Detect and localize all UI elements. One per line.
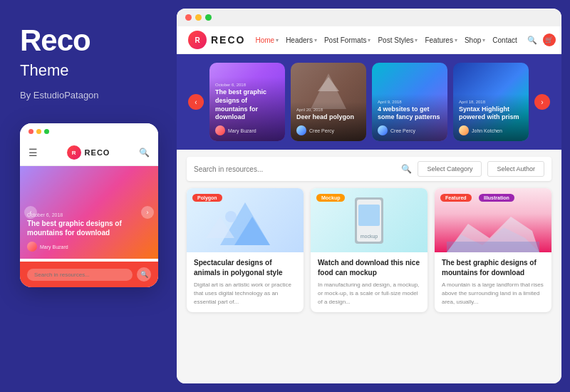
mobile-hero-title: The best graphic designs of mountains fo…: [27, 219, 151, 237]
desktop-dot-red: [185, 14, 192, 21]
nav-link-contact[interactable]: Contact: [492, 36, 517, 44]
slider-prev-arrow[interactable]: ‹: [188, 94, 204, 110]
category-filter-button[interactable]: Select Category: [418, 161, 482, 177]
nav-links: Home ▾ Headers ▾ Post Formats ▾ Post Sty…: [255, 36, 517, 44]
article-body-1: Spectacular designs of animals in polygo…: [187, 252, 304, 312]
nav-link-headers[interactable]: Headers ▾: [286, 36, 317, 44]
slide-title-4: Syntax Highlight powered with prism: [459, 105, 523, 122]
slide-card-1[interactable]: October 6, 2018 The best graphic designs…: [209, 63, 285, 141]
article-image-3: Featured Illustration: [435, 188, 551, 252]
mobile-reco-text: RECO: [85, 148, 110, 157]
desktop-dot-green: [205, 14, 212, 21]
desktop-reco-icon: R: [188, 31, 207, 49]
mobile-search-icon[interactable]: 🔍: [139, 148, 150, 158]
left-panel: Reco Theme By EstudioPatagon ☰ R RECO 🔍 …: [0, 0, 177, 392]
chevron-down-icon: ▾: [482, 37, 485, 43]
slide-title-2: Deer head polygon: [296, 113, 361, 122]
slider-next-arrow[interactable]: ›: [534, 94, 550, 110]
nav-link-home[interactable]: Home ▾: [255, 36, 279, 44]
chevron-down-icon: ▾: [314, 37, 317, 43]
article-text-2: In manufacturing and design, a mockup, o…: [318, 281, 420, 306]
brand-title: Reco: [20, 26, 90, 56]
chevron-down-icon: ▾: [368, 37, 370, 43]
hamburger-icon[interactable]: ☰: [28, 147, 38, 158]
slide-date-4: April 18, 2018: [459, 100, 523, 104]
slide-author-1: Mary Buzard: [215, 125, 279, 135]
nav-link-post-styles[interactable]: Post Styles ▾: [378, 36, 418, 44]
search-input[interactable]: [194, 165, 395, 173]
desktop-dot-yellow: [195, 14, 202, 21]
svg-rect-8: [358, 205, 380, 226]
article-badge-3b: Illustration: [479, 194, 514, 202]
article-title-1: Spectacular designs of animals in polygo…: [194, 258, 296, 278]
slide-author-name-1: Mary Buzard: [228, 128, 256, 133]
mobile-nav-arrows: ‹ ›: [20, 206, 158, 219]
article-title-2: Watch and download this nice food can mo…: [318, 258, 420, 278]
slide-card-content-2: April 20, 2018 Deer head polygon Cree Pe…: [291, 102, 366, 141]
chevron-down-icon: ▾: [415, 37, 418, 43]
slide-avatar-2: [296, 125, 306, 135]
slide-author-name-2: Cree Percy: [309, 128, 334, 133]
slide-author-4: John Kotchen: [459, 125, 523, 135]
author-filter-button[interactable]: Select Author: [487, 161, 544, 177]
nav-icons: 🔍 🛒 f t: [527, 33, 561, 46]
mobile-hero: ‹ › October 6, 2018 The best graphic des…: [20, 166, 158, 259]
search-row: 🔍 Select Category Select Author: [187, 157, 551, 181]
nav-link-post-formats[interactable]: Post Formats ▾: [324, 36, 370, 44]
hero-slider: ‹ October 6, 2018 The best graphic desig…: [177, 54, 561, 150]
slide-card-3[interactable]: April 9, 2018 4 websites to get some fan…: [372, 63, 447, 141]
slide-card-content-4: April 18, 2018 Syntax Highlight powered …: [453, 94, 529, 141]
slide-author-2: Cree Percy: [296, 125, 361, 135]
nav-link-features[interactable]: Features ▾: [425, 36, 457, 44]
slide-card-content-1: October 6, 2018 The best graphic designs…: [209, 77, 285, 141]
article-badge-1: Polygon: [192, 194, 222, 202]
article-card-2[interactable]: Mockup mockup Watch and download this ni…: [311, 188, 428, 312]
slide-title-1: The best graphic designs of mountains fo…: [215, 88, 279, 122]
desktop-mockup: R RECO Home ▾ Headers ▾ Post Formats ▾ P…: [177, 9, 561, 383]
article-cards: Polygon Spectacular designs of animals i…: [187, 188, 551, 312]
article-image-1: Polygon: [187, 188, 304, 252]
content-area: 🔍 Select Category Select Author Polygon: [177, 150, 561, 383]
mobile-prev-arrow[interactable]: ‹: [24, 206, 37, 219]
cart-icon[interactable]: 🛒: [543, 33, 556, 46]
desktop-logo: R RECO: [188, 31, 245, 49]
article-body-2: Watch and download this nice food can mo…: [311, 252, 428, 312]
article-title-3: The best graphic designs of mountains fo…: [442, 258, 544, 278]
article-text-1: Digital art is an artistic work or pract…: [194, 281, 296, 306]
search-button[interactable]: 🔍: [401, 164, 412, 174]
mobile-hero-author-name: Mary Buzard: [40, 244, 68, 249]
article-card-3[interactable]: Featured Illustration The best graphic d…: [435, 188, 551, 312]
mobile-dot-yellow: [36, 129, 41, 134]
mobile-hero-author: Mary Buzard: [27, 242, 151, 252]
article-badge-2: Mockup: [316, 194, 345, 202]
mobile-search-button[interactable]: 🔍: [137, 267, 151, 282]
mobile-reco-icon: R: [67, 145, 81, 160]
slide-title-3: 4 websites to get some fancy patterns: [378, 105, 442, 122]
nav-link-shop[interactable]: Shop ▾: [465, 36, 485, 44]
mobile-search-input[interactable]: [27, 269, 133, 281]
slide-date-1: October 6, 2018: [215, 83, 279, 87]
mobile-nav: ☰ R RECO 🔍: [20, 140, 158, 166]
slide-date-3: April 9, 2018: [378, 100, 442, 104]
svg-rect-12: [447, 242, 539, 252]
mobile-hero-avatar: [27, 242, 37, 252]
article-card-1[interactable]: Polygon Spectacular designs of animals i…: [187, 188, 304, 312]
slide-author-name-3: Cree Percy: [390, 128, 415, 133]
slide-avatar-3: [378, 125, 388, 135]
article-body-3: The best graphic designs of mountains fo…: [435, 252, 551, 312]
desktop-reco-text: RECO: [211, 34, 245, 46]
slide-date-2: April 20, 2018: [296, 108, 361, 112]
search-icon[interactable]: 🔍: [527, 36, 537, 45]
mobile-search-bar: 🔍: [20, 262, 158, 287]
mobile-dot-red: [28, 129, 33, 134]
slide-avatar-1: [215, 125, 225, 135]
slide-card-4[interactable]: April 18, 2018 Syntax Highlight powered …: [453, 63, 529, 141]
slide-author-name-4: John Kotchen: [472, 128, 502, 133]
mobile-next-arrow[interactable]: ›: [141, 206, 154, 219]
mobile-mockup: ☰ R RECO 🔍 ‹ › October 6, 2018 The best …: [20, 123, 158, 287]
slide-author-3: Cree Percy: [378, 125, 442, 135]
slide-card-2[interactable]: April 20, 2018 Deer head polygon Cree Pe…: [291, 63, 366, 141]
slider-cards: October 6, 2018 The best graphic designs…: [209, 63, 529, 141]
chevron-down-icon: ▾: [455, 37, 457, 43]
mobile-top-bar: [20, 123, 158, 140]
